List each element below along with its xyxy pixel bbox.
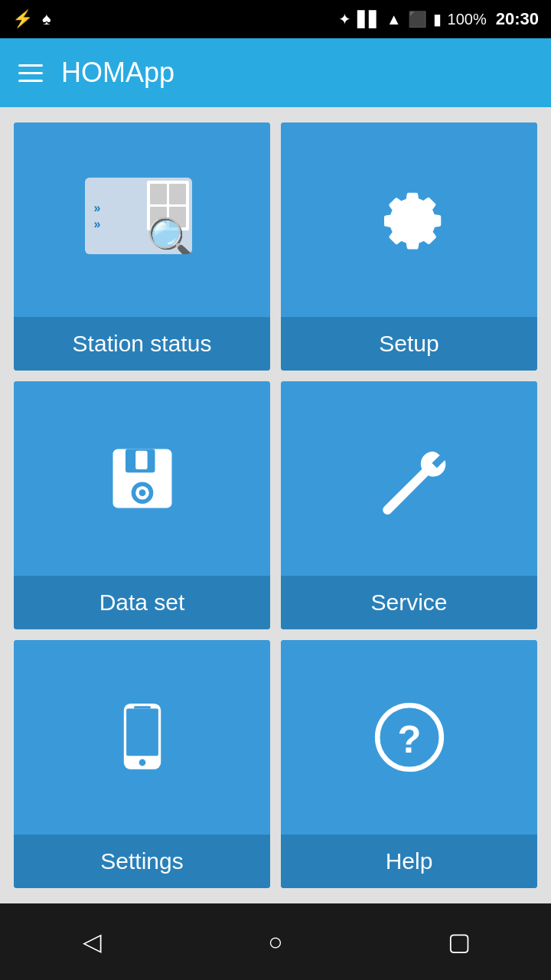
back-icon: ◁	[83, 927, 102, 956]
status-left-icons: ⚡ ♠	[12, 9, 51, 29]
tile-label-station: Station status	[73, 331, 212, 356]
tile-label-service: Service	[370, 590, 447, 615]
save-icon	[100, 436, 184, 521]
station-icon-wrap: » » 🔍	[85, 178, 200, 262]
battery-icon: ▮	[433, 10, 442, 28]
status-right-icons: ✦ ▋▋ ▲ ⬛ ▮ 100% 20:30	[338, 9, 539, 29]
home-icon: ○	[268, 928, 282, 956]
svg-rect-2	[135, 451, 147, 469]
svg-point-8	[139, 760, 145, 766]
usb-icon: ⚡	[12, 9, 33, 29]
main-grid: » » 🔍 Station status	[0, 107, 551, 903]
gear-icon	[367, 178, 452, 262]
bottom-nav: ◁ ○ ▢	[0, 903, 551, 980]
top-bar: HOMApp	[0, 38, 551, 107]
tile-label-dataset: Data set	[99, 590, 185, 615]
arrow-1: »	[94, 201, 101, 215]
nav-home-button[interactable]: ○	[245, 919, 306, 965]
bluetooth-icon: ✦	[338, 10, 351, 28]
tile-icon-area-dataset	[14, 381, 270, 576]
hamburger-line-3	[18, 80, 43, 82]
recents-icon: ▢	[448, 927, 471, 956]
wrench-icon	[367, 436, 452, 521]
svg-rect-7	[126, 709, 158, 756]
tile-label-area-settings: Settings	[14, 835, 270, 888]
svg-point-5	[139, 489, 145, 496]
svg-rect-9	[134, 706, 151, 708]
tile-icon-area-setup	[281, 122, 537, 317]
android-icon: ♠	[42, 9, 51, 29]
tile-icon-area-help: ?	[281, 640, 537, 835]
arrow-2: »	[94, 217, 101, 231]
device-arrows: » »	[94, 201, 101, 231]
menu-button[interactable]	[18, 64, 43, 82]
tile-help[interactable]: ? Help	[281, 640, 537, 888]
tile-label-area-station: Station status	[14, 317, 270, 371]
svg-text:?: ?	[397, 717, 421, 761]
hamburger-line-1	[18, 64, 43, 67]
tile-icon-area-settings	[14, 640, 270, 835]
tile-label-help: Help	[386, 848, 433, 874]
nosim-icon: ⬛	[408, 10, 427, 28]
question-icon: ?	[367, 695, 452, 779]
mobile-icon	[100, 695, 184, 779]
tile-service[interactable]: Service	[281, 381, 537, 629]
nav-back-button[interactable]: ◁	[61, 919, 122, 965]
tile-label-area-setup: Setup	[281, 317, 537, 371]
magnify-icon: 🔍	[146, 219, 192, 254]
app-title: HOMApp	[61, 57, 174, 89]
status-time: 20:30	[496, 9, 539, 29]
tile-label-area-help: Help	[281, 835, 537, 888]
tile-data-set[interactable]: Data set	[14, 381, 270, 629]
tile-settings[interactable]: Settings	[14, 640, 270, 888]
wifi-icon: ▲	[386, 11, 402, 28]
tile-icon-area-station: » » 🔍	[14, 122, 270, 317]
nav-recents-button[interactable]: ▢	[429, 919, 490, 965]
tile-label-setup: Setup	[379, 331, 439, 356]
tile-setup[interactable]: Setup	[281, 122, 537, 371]
tile-icon-area-service	[281, 381, 537, 576]
station-device: » » 🔍	[85, 178, 192, 254]
tile-station-status[interactable]: » » 🔍 Station status	[14, 122, 270, 371]
status-bar: ⚡ ♠ ✦ ▋▋ ▲ ⬛ ▮ 100% 20:30	[0, 0, 551, 38]
hamburger-line-2	[18, 72, 43, 74]
battery-percent: 100%	[448, 11, 487, 28]
vibrate-icon: ▋▋	[357, 10, 380, 28]
tile-label-settings: Settings	[100, 848, 183, 874]
tile-label-area-service: Service	[281, 576, 537, 629]
tile-label-area-dataset: Data set	[14, 576, 270, 629]
